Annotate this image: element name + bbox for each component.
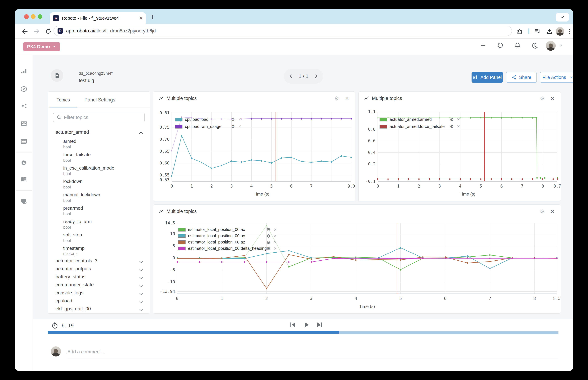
chart-plot[interactable]: 0.810.750.700.650.600.550.53012345679.0T… <box>153 92 355 201</box>
topic-field-armed[interactable]: armedbool <box>48 136 150 150</box>
series-remove-icon[interactable]: × <box>239 124 241 129</box>
svg-text:-10: -10 <box>167 280 175 284</box>
traffic-close-button[interactable] <box>24 14 29 19</box>
chart-plot[interactable]: 14.51050-5-10-13.940123456788.5Time (s) <box>153 205 561 313</box>
theme-toggle-button[interactable] <box>530 40 540 50</box>
sidebar-item-marketplace[interactable] <box>20 120 27 127</box>
search-button[interactable] <box>495 40 505 50</box>
topic-group-commander_state[interactable]: commander_state <box>48 281 150 289</box>
chevron-down-icon[interactable] <box>139 283 143 287</box>
svg-text:7: 7 <box>489 296 491 301</box>
topic-group-ekf_gps_drift_00[interactable]: ekf_gps_drift_00 <box>48 305 150 313</box>
browser-profile-avatar[interactable] <box>556 27 564 36</box>
tab-topics[interactable]: Topics <box>57 97 70 103</box>
browser-tab[interactable]: R Roboto - File - fl_9t8ev1twe4 × <box>50 12 146 24</box>
chevron-down-icon[interactable] <box>139 291 143 295</box>
topic-group-actuator_controls_3[interactable]: actuator_controls_3 <box>48 257 150 265</box>
series-settings-gear-icon[interactable]: ⚙ <box>266 227 270 232</box>
chevron-down-icon[interactable] <box>139 275 143 279</box>
series-remove-icon[interactable]: × <box>274 233 277 239</box>
skip-end-button[interactable] <box>316 321 324 329</box>
topic-group-actuator_outputs[interactable]: actuator_outputs <box>48 265 150 273</box>
topic-group-label: console_logs <box>56 290 83 296</box>
file-actions-button[interactable]: File Actions <box>540 72 573 83</box>
dataset-id[interactable]: ds_bcac4ngz3m4f <box>79 71 112 76</box>
traffic-minimize-button[interactable] <box>31 14 36 19</box>
topic-field-ready_to_arm[interactable]: ready_to_armbool <box>48 217 150 230</box>
skip-start-button[interactable] <box>289 321 297 329</box>
topics-panel: Topics Panel Settings Filter topics actu… <box>48 92 150 314</box>
extensions-button[interactable] <box>515 27 524 36</box>
sidebar-item-settings[interactable] <box>20 160 27 167</box>
topic-field-prearmed[interactable]: prearmedbool <box>48 203 150 217</box>
series-remove-icon[interactable]: × <box>274 227 277 232</box>
create-new-button[interactable]: + <box>478 40 488 50</box>
series-settings-gear-icon[interactable]: ⚙ <box>266 246 270 251</box>
topic-field-force_failsafe[interactable]: force_failsafebool <box>48 150 150 163</box>
sidebar-item-ai[interactable] <box>20 103 27 110</box>
tab-overflow-button[interactable] <box>556 13 569 21</box>
kebab-menu-icon <box>567 28 573 35</box>
series-settings-gear-icon[interactable]: ⚙ <box>450 117 454 122</box>
series-settings-gear-icon[interactable]: ⚙ <box>231 124 235 129</box>
reload-button[interactable] <box>44 27 53 36</box>
tab-panel-settings[interactable]: Panel Settings <box>84 97 115 103</box>
user-menu-button[interactable] <box>556 40 566 50</box>
series-remove-icon[interactable]: × <box>457 124 460 129</box>
topic-field-in_esc_calibration_mode[interactable]: in_esc_calibration_modebool <box>48 163 150 177</box>
topic-group-label: commander_state <box>56 282 94 288</box>
sidebar-item-admin[interactable] <box>20 198 27 205</box>
play-button[interactable] <box>302 321 310 329</box>
comment-input[interactable]: Add a comment... <box>67 349 105 355</box>
series-settings-gear-icon[interactable]: ⚙ <box>266 233 270 239</box>
topic-group-console_logs[interactable]: console_logs <box>48 289 150 297</box>
topic-group-battery_status[interactable]: battery_status <box>48 273 150 281</box>
url-bar[interactable]: R app.roboto.ai/files/fl_dron8az2pjyoory… <box>54 26 512 36</box>
chevron-up-icon[interactable] <box>139 132 143 135</box>
topic-field-lockdown[interactable]: lockdownbool <box>48 177 150 190</box>
chevron-down-icon[interactable] <box>139 299 143 303</box>
back-button[interactable] <box>20 27 30 36</box>
new-tab-button[interactable]: + <box>150 13 154 21</box>
browser-menu-button[interactable] <box>565 27 573 36</box>
svg-text:1: 1 <box>221 296 223 301</box>
field-type: uint64_t <box>63 252 78 256</box>
user-avatar[interactable] <box>546 41 556 51</box>
chart-plot[interactable]: 1.10.80.60.40.2-0.10123456788.7Time (s) <box>359 92 561 201</box>
topic-field-soft_stop[interactable]: soft_stopbool <box>48 230 150 244</box>
playback-section: 6.19 Add a comment... <box>33 319 573 371</box>
add-panel-button[interactable]: Add Panel <box>471 72 503 83</box>
svg-text:0.65: 0.65 <box>160 149 170 153</box>
series-remove-icon[interactable]: × <box>274 240 277 245</box>
chevron-down-icon <box>558 43 563 48</box>
playback-progress-bar[interactable] <box>48 331 558 334</box>
tab-close-icon[interactable]: × <box>140 15 143 21</box>
series-remove-icon[interactable]: × <box>239 117 241 122</box>
series-settings-gear-icon[interactable]: ⚙ <box>266 240 270 245</box>
series-remove-icon[interactable]: × <box>274 246 277 251</box>
topic-group-cpuload[interactable]: cpuload <box>48 297 150 305</box>
chevron-down-icon[interactable] <box>139 307 143 311</box>
sidebar-item-docs[interactable] <box>20 176 27 183</box>
forward-button[interactable] <box>32 27 41 36</box>
media-queue-button[interactable] <box>533 27 542 36</box>
traffic-zoom-button[interactable] <box>38 14 42 19</box>
sidebar-item-panels[interactable] <box>20 138 27 145</box>
org-switcher-button[interactable]: PX4 Demo <box>23 42 60 51</box>
chevron-down-icon[interactable] <box>139 259 143 263</box>
sidebar-item-explore[interactable] <box>20 85 27 93</box>
series-settings-gear-icon[interactable]: ⚙ <box>231 117 235 122</box>
downloads-button[interactable] <box>545 27 554 36</box>
series-settings-gear-icon[interactable]: ⚙ <box>450 124 454 129</box>
filter-topics-input[interactable]: Filter topics <box>53 113 145 122</box>
prev-page-button[interactable] <box>288 74 293 79</box>
notifications-button[interactable] <box>513 40 523 50</box>
topic-group-actuator_armed[interactable]: actuator_armed <box>48 128 150 136</box>
share-button[interactable]: Share <box>506 72 537 83</box>
topic-field-timestamp[interactable]: timestampuint64_t <box>48 244 150 257</box>
series-remove-icon[interactable]: × <box>457 117 460 122</box>
chevron-down-icon[interactable] <box>139 267 143 271</box>
topic-field-manual_lockdown[interactable]: manual_lockdownbool <box>48 190 150 203</box>
sidebar-item-analytics[interactable] <box>20 67 27 75</box>
next-page-button[interactable] <box>314 74 319 79</box>
